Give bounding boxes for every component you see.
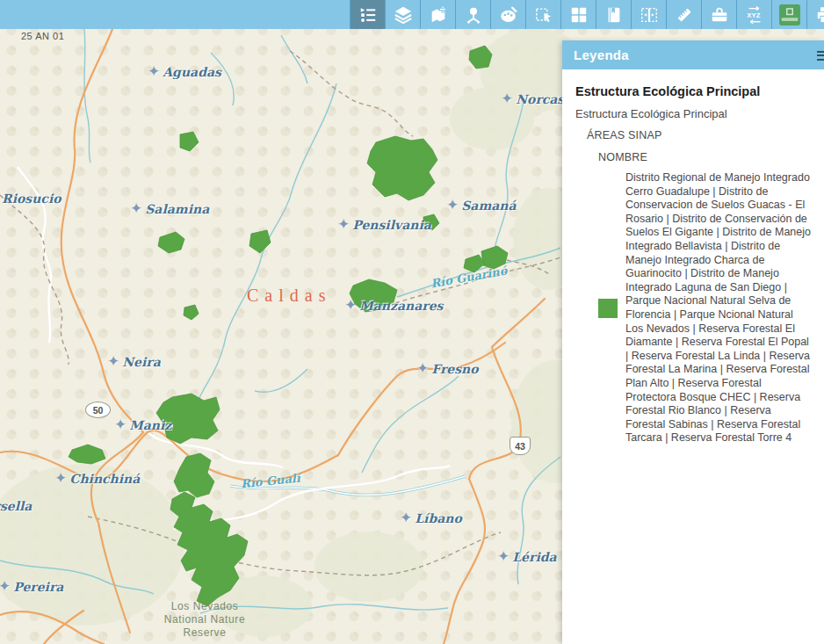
city-star-icon: ✦ [446, 201, 459, 210]
road-shield-43: 43 [510, 437, 531, 455]
pin-network-icon [464, 5, 483, 25]
legend-panel-title: Leyenda [562, 47, 629, 62]
gis-application: 25 AN 01 ✦ Aguadas ✦ Norcasia Riosucio ✦… [0, 0, 824, 644]
map-label-marsella: Marsella [0, 499, 32, 513]
legend-list-icon [358, 5, 378, 25]
swipe-icon [640, 5, 659, 25]
coordinates-tool-button[interactable]: XYZ [736, 0, 771, 29]
map-label-pereira: ✦ Pereira [0, 580, 63, 594]
city-star-icon: ✦ [0, 582, 11, 591]
protected-area-polygon[interactable] [184, 305, 199, 320]
book-icon [604, 5, 624, 25]
select-cursor-icon [534, 5, 553, 25]
legend-panel-header[interactable]: Leyenda [562, 40, 824, 69]
print-tool-button[interactable] [806, 0, 824, 29]
city-star-icon: ✦ [130, 205, 142, 213]
city-star-icon: ✦ [54, 474, 67, 483]
green-widget-tool-button[interactable] [771, 0, 806, 29]
place-pin-tool-button[interactable] [455, 0, 490, 29]
map-label-riosucio: Riosucio [2, 192, 61, 206]
city-star-icon: ✦ [114, 421, 126, 430]
select-tool-button[interactable] [525, 0, 560, 29]
legend-group-label: ÁREAS SINAP [587, 129, 812, 141]
green-tile-icon [778, 4, 801, 26]
map-label-salamina: ✦ Salamina [130, 202, 209, 216]
road-shield-50: 50 [85, 402, 111, 418]
grid-squares-icon [569, 5, 589, 25]
protected-area-polygon[interactable] [367, 136, 437, 200]
map-label-samana: ✦ Samaná [446, 199, 517, 213]
legend-item: Distrito Regional de Manejo Integrado Ce… [598, 171, 812, 445]
map-label-fresno: ✦ Fresno [416, 362, 479, 376]
legend-panel: Leyenda Estructura Ecológica Principal E… [562, 40, 824, 644]
map-label-aguadas: ✦ Aguadas [148, 65, 221, 79]
toolbar-button-group: XYZ [350, 0, 824, 29]
map-label-lerida: ✦ Lérida [497, 550, 557, 564]
city-star-icon: ✦ [344, 301, 357, 310]
measure-tool-button[interactable] [666, 0, 701, 29]
legend-menu-icon[interactable] [817, 48, 824, 62]
map-label-pensilvania: ✦ Pensilvania [337, 218, 431, 232]
add-map-icon [429, 5, 448, 25]
legend-layer-subtitle: Estructura Ecológica Principal [575, 107, 812, 120]
map-label-libano: ✦ Líbano [400, 511, 462, 525]
basemap-gallery-tool-button[interactable] [560, 0, 596, 29]
protected-area-polygon[interactable] [69, 445, 105, 464]
layers-icon [394, 5, 413, 25]
toolbox-icon [710, 5, 729, 25]
city-star-icon: ✦ [107, 358, 119, 366]
legend-field-label: NOMBRE [598, 151, 812, 163]
svg-text:XYZ: XYZ [747, 11, 760, 19]
print-icon [815, 5, 824, 25]
legend-swatch-green [598, 299, 618, 318]
protected-area-polygon[interactable] [180, 132, 199, 151]
city-star-icon: ✦ [501, 95, 513, 104]
legend-layer-title: Estructura Ecológica Principal [575, 84, 812, 98]
ruler-icon [675, 5, 694, 25]
tools-tool-button[interactable] [701, 0, 736, 29]
map-label-caldas: Caldas [247, 286, 331, 306]
map-label-los-nevados-reserve: Los Nevados National Nature Reserve [130, 600, 279, 640]
map-label-manizales: ✦ Manizales [114, 418, 173, 432]
add-map-tool-button[interactable] [420, 0, 455, 29]
protected-area-polygon[interactable] [249, 230, 271, 253]
palette-icon [499, 5, 518, 25]
protected-area-polygon[interactable] [174, 453, 214, 497]
map-label-neira: ✦ Neira [107, 355, 161, 369]
map-label-chinchina: ✦ Chinchiná [54, 472, 140, 486]
draw-tool-button[interactable] [490, 0, 525, 29]
map-grid-reference: 25 AN 01 [21, 31, 64, 41]
top-toolbar: XYZ [0, 0, 824, 29]
city-star-icon: ✦ [497, 553, 510, 561]
swipe-tool-button[interactable] [631, 0, 666, 29]
city-star-icon: ✦ [400, 514, 412, 523]
map-label-manzanares: ✦ Manzanares [344, 299, 443, 313]
bookmarks-tool-button[interactable] [596, 0, 631, 29]
city-star-icon: ✦ [337, 221, 350, 229]
xyz-icon: XYZ [745, 5, 764, 25]
legend-panel-body: Estructura Ecológica Principal Estructur… [562, 69, 824, 445]
layers-tool-button[interactable] [385, 0, 420, 29]
legend-tool-button[interactable] [350, 0, 385, 29]
city-star-icon: ✦ [148, 68, 160, 76]
legend-item-label: Distrito Regional de Manejo Integrado Ce… [625, 171, 812, 445]
city-star-icon: ✦ [416, 365, 429, 373]
protected-area-polygon[interactable] [158, 232, 184, 253]
